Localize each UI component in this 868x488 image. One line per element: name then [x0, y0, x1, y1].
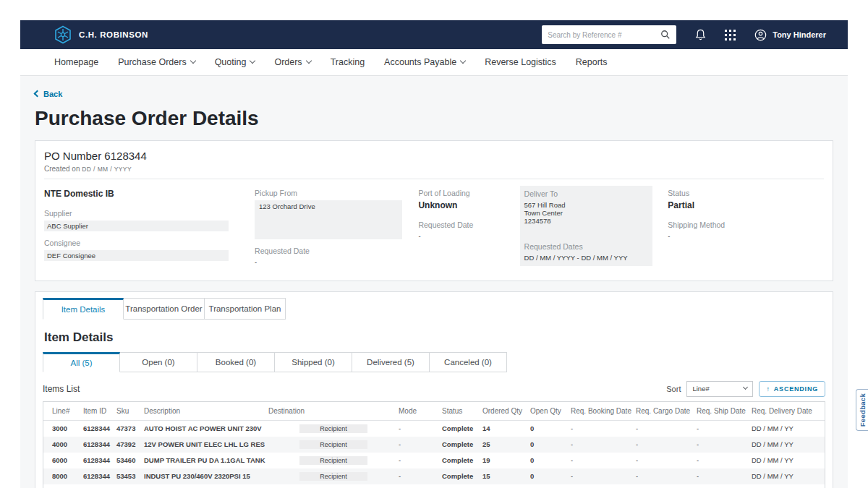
- col-req-ship-date: Req. Ship Date: [697, 407, 752, 415]
- cell-req-cargo-date: -: [636, 456, 697, 464]
- table-row[interactable]: 4000 6128344 47392 12V POWER UNIT ELEC L…: [43, 437, 825, 453]
- user-menu[interactable]: Tony Hinderer: [754, 29, 826, 41]
- order-type: NTE Domestic IB: [44, 189, 244, 199]
- port-of-loading-value: Unknown: [418, 200, 509, 210]
- cell-status: Complete: [442, 424, 482, 432]
- cell-item-id: 6128344: [83, 456, 116, 464]
- col-open-qty: Open Qty: [530, 407, 571, 415]
- bell-icon: [695, 29, 706, 40]
- subtab-booked[interactable]: Booked (0): [197, 352, 275, 372]
- items-table-header: Line# Item ID Sku Description Destinatio…: [43, 402, 825, 421]
- sort-label: Sort: [666, 385, 681, 393]
- search-icon[interactable]: [660, 30, 671, 40]
- tab-transportation-order[interactable]: Transportation Order: [124, 298, 205, 320]
- subtab-open[interactable]: Open (0): [120, 352, 197, 372]
- table-row[interactable]: 8000 6128344 53453 INDUST PU 230/460V 23…: [43, 468, 825, 484]
- user-avatar-icon: [754, 29, 767, 41]
- cell-sku: 53460: [116, 456, 144, 464]
- cell-open-qty: 0: [530, 472, 571, 480]
- col-line: Line#: [43, 407, 83, 415]
- port-column: Port of Loading Unknown Requested Date -: [418, 189, 519, 266]
- cell-req-delivery-date: DD / MM / YY: [752, 440, 825, 448]
- cell-req-cargo-date: -: [636, 440, 697, 448]
- cell-item-id: 6128344: [83, 440, 116, 448]
- pickup-from-value: 123 Orchard Drive: [255, 200, 402, 239]
- cell-item-id: 6128344: [83, 424, 116, 432]
- apps-menu-button[interactable]: [725, 30, 736, 40]
- feedback-button[interactable]: Feedback: [856, 389, 868, 431]
- deliver-anon-panel: Deliver To 567 Hill Road Town Center 123…: [520, 186, 652, 266]
- main-tabs: Item Details Transportation Order Transp…: [43, 298, 825, 320]
- pickup-from-label: Pickup From: [255, 189, 408, 197]
- col-mode: Mode: [399, 407, 442, 415]
- brand-logo[interactable]: C.H. ROBINSON: [54, 25, 148, 44]
- cell-req-booking-date: -: [571, 472, 636, 480]
- cell-req-booking-date: -: [571, 456, 636, 464]
- cell-mode: -: [399, 472, 442, 480]
- cell-line: 4000: [43, 440, 83, 448]
- cell-description: 12V POWER UNIT ELEC LHL LG RES: [144, 440, 268, 448]
- search-input[interactable]: [548, 31, 660, 39]
- table-row[interactable]: 10000 6128344 47349 BI-ROTATIONAL PUMP/M…: [43, 484, 825, 488]
- app-window: C.H. ROBINSON: [20, 20, 848, 488]
- back-button[interactable]: Back: [35, 90, 62, 98]
- cell-description: DUMP TRAILER PU DA 1.1GAL TANK: [144, 456, 268, 464]
- nav-orders[interactable]: Orders: [274, 57, 310, 67]
- col-destination: Destination: [268, 407, 399, 415]
- deliver-to-label: Deliver To: [524, 189, 648, 198]
- cell-req-cargo-date: -: [636, 472, 697, 480]
- apps-grid-icon: [725, 30, 736, 40]
- table-row[interactable]: 3000 6128344 47373 AUTO HOIST AC POWER U…: [43, 421, 825, 437]
- cell-mode: -: [399, 456, 442, 464]
- cell-line: 6000: [43, 456, 83, 464]
- subtab-shipped[interactable]: Shipped (0): [275, 352, 352, 372]
- nav-homepage[interactable]: Homepage: [54, 57, 98, 67]
- notifications-button[interactable]: [695, 29, 706, 40]
- cell-open-qty: 0: [530, 440, 571, 448]
- po-number: PO Number 6128344: [44, 150, 824, 162]
- po-parties-column: NTE Domestic IB Supplier ABC Supplier Co…: [44, 189, 255, 266]
- cell-ordered-qty: 25: [482, 440, 530, 448]
- cell-sku: 47392: [116, 440, 144, 448]
- supplier-value: ABC Supplier: [44, 221, 229, 231]
- nav-quoting[interactable]: Quoting: [215, 57, 255, 67]
- status-value: Partial: [668, 200, 814, 210]
- tab-item-details[interactable]: Item Details: [43, 298, 124, 320]
- cell-ordered-qty: 15: [482, 472, 530, 480]
- table-row[interactable]: 6000 6128344 53460 DUMP TRAILER PU DA 1.…: [43, 453, 825, 468]
- sort-select[interactable]: Line#: [686, 381, 753, 397]
- cell-destination: Recipient: [268, 456, 399, 465]
- chevron-down-icon: [305, 58, 311, 64]
- deliver-to-line1: 567 Hill Road: [524, 201, 648, 209]
- nav-reports[interactable]: Reports: [576, 57, 608, 67]
- global-search[interactable]: [542, 25, 676, 44]
- pickup-requested-date: -: [255, 258, 408, 266]
- nav-accounts-payable[interactable]: Accounts Payable: [384, 57, 465, 67]
- chevron-down-icon: [250, 58, 255, 64]
- nav-purchase-orders[interactable]: Purchase Orders: [118, 57, 195, 67]
- col-status: Status: [442, 407, 482, 415]
- cell-req-delivery-date: DD / MM / YY: [752, 456, 825, 464]
- cell-status: Complete: [442, 440, 482, 448]
- supplier-label: Supplier: [44, 209, 244, 218]
- status-label: Status: [668, 189, 814, 197]
- item-details-heading: Item Details: [44, 330, 825, 345]
- po-tabs-card: Item Details Transportation Order Transp…: [35, 291, 833, 488]
- sort-direction-button[interactable]: ↑ ASCENDING: [759, 381, 825, 397]
- nav-tracking[interactable]: Tracking: [331, 57, 365, 67]
- cell-destination: Recipient: [268, 424, 399, 433]
- tab-transportation-plan[interactable]: Transportation Plan: [205, 298, 286, 320]
- shipping-method-value: -: [668, 232, 814, 240]
- cell-mode: -: [399, 440, 442, 448]
- col-ordered-qty: Ordered Qty: [482, 407, 530, 415]
- cell-req-ship-date: -: [697, 456, 752, 464]
- subtab-delivered[interactable]: Delivered (5): [352, 352, 430, 372]
- subtab-canceled[interactable]: Canceled (0): [430, 352, 507, 372]
- chevron-down-icon: [190, 58, 195, 64]
- col-description: Description: [144, 407, 268, 415]
- subtab-all[interactable]: All (5): [43, 352, 120, 372]
- pickup-column: Pickup From 123 Orchard Drive Requested …: [255, 189, 418, 266]
- port-requested-date-label: Requested Date: [418, 221, 509, 229]
- nav-reverse-logistics[interactable]: Reverse Logistics: [485, 57, 556, 67]
- page-title: Purchase Order Details: [35, 107, 833, 130]
